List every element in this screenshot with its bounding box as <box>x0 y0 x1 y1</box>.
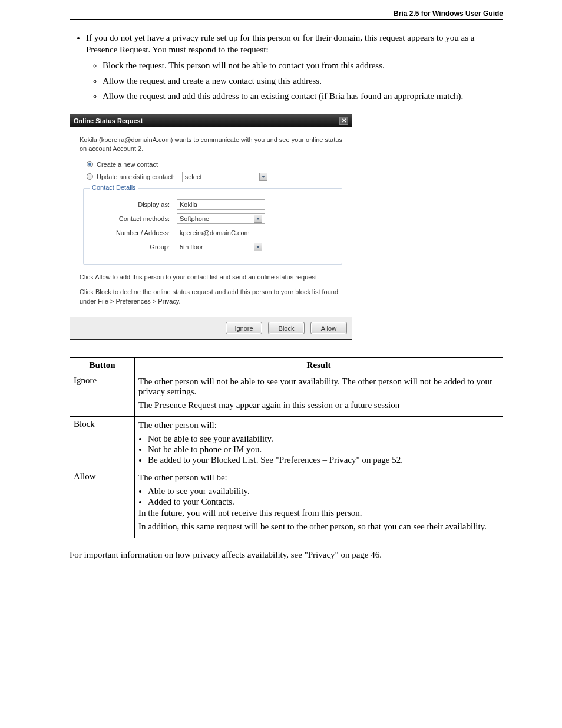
table-row: Ignore The other person will not be able… <box>70 373 503 417</box>
update-existing-value: select <box>185 173 202 180</box>
contact-methods-select[interactable]: Softphone <box>177 213 265 224</box>
ignore-p2: The Presence Request may appear again in… <box>138 400 499 410</box>
intro-sub-1: Block the request. This person will not … <box>103 60 503 71</box>
allow-lead: The other person will be: <box>138 473 499 483</box>
cell-block-result: The other person will: Not be able to se… <box>135 417 503 469</box>
display-as-label: Display as: <box>91 201 173 208</box>
intro-item-1: If you do not yet have a privacy rule se… <box>86 33 474 54</box>
radio-unselected-icon <box>87 173 93 180</box>
chevron-down-icon <box>259 173 267 181</box>
group-label: Group: <box>91 243 173 251</box>
contact-methods-label: Contact methods: <box>91 215 173 222</box>
chevron-down-icon <box>254 215 262 223</box>
allow-button[interactable]: Allow <box>310 322 347 334</box>
allow-p1: In the future, you will not receive this… <box>138 508 499 518</box>
result-table: Button Result Ignore The other person wi… <box>70 357 503 538</box>
dialog-instructions-2: Click Block to decline the online status… <box>80 288 342 306</box>
cell-allow-result: The other person will be: Able to see yo… <box>135 469 503 538</box>
intro-sub-2: Allow the request and create a new conta… <box>103 75 503 87</box>
number-address-value: kpereira@domainC.com <box>180 229 250 236</box>
allow-b1: Able to see your availability. <box>148 486 499 496</box>
block-button[interactable]: Block <box>268 322 305 334</box>
closing-paragraph: For important information on how privacy… <box>70 549 503 561</box>
allow-b2: Added to your Contacts. <box>148 497 499 507</box>
radio-selected-icon <box>87 161 93 167</box>
contact-methods-value: Softphone <box>180 215 209 222</box>
block-b1: Not be able to see your availability. <box>148 434 499 444</box>
radio-update-existing-contact[interactable]: Update an existing contact: select <box>87 172 342 182</box>
cell-ignore-result: The other person will not be able to see… <box>135 373 503 417</box>
block-b3: Be added to your Blocked List. See "Pref… <box>148 455 499 465</box>
table-header-button: Button <box>70 358 135 373</box>
intro-list: If you do not yet have a privacy rule se… <box>70 32 503 102</box>
table-row: Block The other person will: Not be able… <box>70 417 503 469</box>
group-select[interactable]: 5th floor <box>177 242 265 252</box>
contact-details-fieldset: Contact Details Display as: Kokila Conta… <box>83 188 342 265</box>
cell-block-label: Block <box>70 417 135 469</box>
table-header-result: Result <box>135 358 503 373</box>
online-status-request-dialog: Online Status Request ✕ Kokila (kpereira… <box>70 114 352 340</box>
block-lead: The other person will: <box>138 420 499 430</box>
update-existing-select[interactable]: select <box>182 172 270 182</box>
table-row: Allow The other person will be: Able to … <box>70 469 503 538</box>
page-header: Bria 2.5 for Windows User Guide <box>70 9 503 20</box>
close-icon[interactable]: ✕ <box>339 117 348 125</box>
dialog-instructions-1: Click Allow to add this person to your c… <box>80 273 342 282</box>
display-as-value: Kokila <box>180 201 197 208</box>
contact-details-legend: Contact Details <box>90 184 138 191</box>
ignore-button[interactable]: Ignore <box>226 322 262 334</box>
number-address-input[interactable]: kpereira@domainC.com <box>177 228 265 238</box>
ignore-p1: The other person will not be able to see… <box>138 377 499 397</box>
dialog-intro-text: Kokila (kpereira@domainA.com) wants to c… <box>80 136 342 153</box>
group-value: 5th floor <box>180 243 203 251</box>
cell-ignore-label: Ignore <box>70 373 135 417</box>
radio-create-label: Create a new contact <box>97 161 158 168</box>
allow-p2: In addition, this same request will be s… <box>138 522 499 532</box>
radio-create-new-contact[interactable]: Create a new contact <box>87 161 342 168</box>
dialog-button-bar: Ignore Block Allow <box>70 317 352 339</box>
cell-allow-label: Allow <box>70 469 135 538</box>
display-as-input[interactable]: Kokila <box>177 199 265 210</box>
dialog-title: Online Status Request <box>74 117 143 124</box>
number-address-label: Number / Address: <box>91 229 173 236</box>
intro-sub-3: Allow the request and add this address t… <box>103 90 503 102</box>
dialog-titlebar: Online Status Request ✕ <box>70 114 352 127</box>
chevron-down-icon <box>254 243 262 251</box>
radio-update-label: Update an existing contact: <box>97 173 175 180</box>
block-b2: Not be able to phone or IM you. <box>148 444 499 454</box>
